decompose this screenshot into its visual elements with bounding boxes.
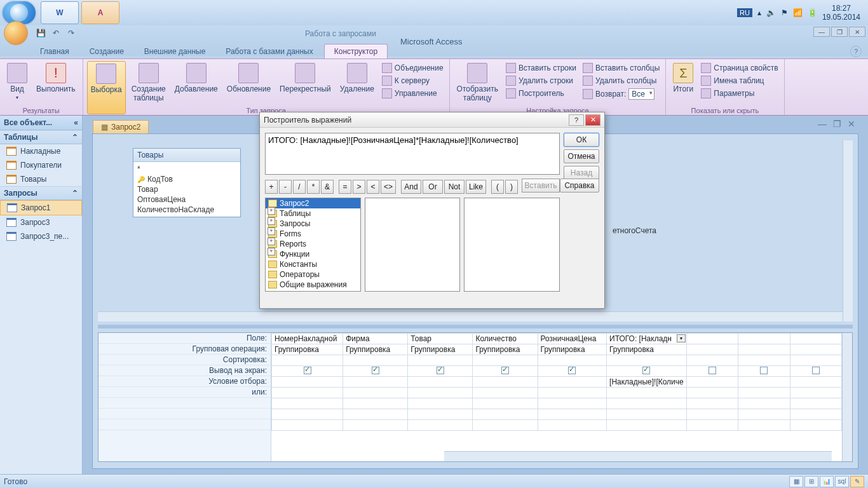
qbe-cell[interactable]: Группировка — [272, 344, 343, 355]
nav-query-item[interactable]: Запрос1 — [0, 200, 82, 215]
op-not[interactable]: Not — [444, 180, 465, 194]
qbe-cell[interactable] — [538, 420, 606, 431]
cancel-button[interactable]: Отмена — [564, 149, 599, 163]
qbe-cell[interactable] — [790, 420, 841, 431]
field-kodtov[interactable]: КодТов — [147, 175, 173, 184]
show-checkbox[interactable] — [642, 367, 650, 374]
qbe-cell[interactable] — [343, 377, 408, 388]
qbe-columns[interactable]: НомерНакладнойФирмаТоварКоличествоРознич… — [271, 333, 842, 461]
qbe-cell[interactable] — [538, 377, 606, 388]
tab-design[interactable]: Конструктор — [324, 44, 388, 58]
close-button[interactable]: ✕ — [849, 27, 865, 37]
qbe-cell[interactable] — [538, 409, 606, 420]
qbe-cell[interactable] — [408, 377, 473, 388]
return-combo[interactable]: Все — [628, 88, 654, 100]
qbe-cell[interactable] — [272, 366, 343, 377]
field-kolichestvo[interactable]: КоличествоНаСкладе — [137, 205, 214, 214]
qbe-cell[interactable] — [607, 409, 687, 420]
pane-splitter[interactable] — [98, 325, 853, 329]
office-button[interactable] — [4, 21, 28, 45]
tray-network-icon[interactable]: 📶 — [793, 8, 803, 17]
tree-item-reports[interactable]: Reports — [266, 239, 360, 249]
dialog-help-button[interactable]: ? — [569, 114, 584, 126]
upper-hscroll[interactable] — [98, 311, 843, 322]
qbe-cell[interactable] — [538, 355, 606, 366]
op-or[interactable]: Or — [423, 180, 443, 194]
qbe-cell[interactable] — [473, 355, 538, 366]
tray-battery-icon[interactable]: 🔋 — [808, 8, 817, 17]
show-checkbox[interactable] — [709, 367, 716, 374]
qbe-cell[interactable] — [738, 388, 790, 398]
elements-tree[interactable]: Запрос2 Таблицы Запросы Forms Reports Фу… — [265, 198, 361, 292]
op-plus[interactable]: + — [265, 180, 278, 194]
qbe-cell[interactable] — [686, 409, 738, 420]
qbe-cell[interactable] — [686, 334, 738, 344]
tab-home[interactable]: Главная — [31, 44, 79, 58]
tree-item-operators[interactable]: Операторы — [266, 269, 360, 280]
tree-item-common[interactable]: Общие выражения — [266, 280, 360, 290]
qbe-cell[interactable] — [607, 355, 687, 366]
qbe-cell[interactable] — [343, 388, 408, 398]
upper-vscroll[interactable] — [843, 140, 853, 322]
qbe-cell[interactable]: Группировка — [607, 344, 687, 355]
btn-tablenames[interactable]: Имена таблиц — [699, 75, 780, 86]
qbe-cell[interactable] — [738, 420, 790, 431]
qbe-cell[interactable] — [473, 366, 538, 377]
doc-close[interactable]: ✕ — [848, 119, 855, 129]
qbe-cell[interactable] — [686, 388, 738, 398]
qbe-cell[interactable] — [343, 355, 408, 366]
minimize-button[interactable]: — — [813, 27, 830, 37]
view-sql[interactable]: sql — [835, 476, 849, 487]
qbe-cell[interactable] — [272, 398, 343, 409]
op-lparen[interactable]: ( — [491, 180, 504, 194]
view-datasheet[interactable]: ▦ — [789, 476, 803, 487]
btn-passthrough[interactable]: К серверу — [380, 75, 445, 86]
nav-query-item[interactable]: Запрос3_пе... — [0, 229, 82, 243]
qbe-cell[interactable] — [607, 366, 687, 377]
op-rparen[interactable]: ) — [505, 180, 518, 194]
qbe-cell[interactable]: Группировка — [538, 344, 606, 355]
expression-textbox[interactable] — [265, 133, 560, 175]
btn-builder[interactable]: Построитель — [504, 88, 578, 99]
qbe-cell[interactable] — [738, 409, 790, 420]
qbe-cell[interactable]: [Накладные]![Количе — [607, 377, 687, 388]
qbe-cell[interactable] — [408, 366, 473, 377]
qbe-cell[interactable] — [538, 398, 606, 409]
qat-undo-icon[interactable]: ↶ — [50, 27, 62, 39]
doc-restore[interactable]: ❐ — [833, 119, 841, 129]
op-like[interactable]: Like — [466, 180, 486, 194]
op-div[interactable]: / — [293, 180, 306, 194]
qbe-hscroll[interactable] — [444, 451, 832, 461]
tab-create[interactable]: Создание — [80, 44, 133, 58]
qbe-cell[interactable] — [738, 344, 790, 355]
tab-database-tools[interactable]: Работа с базами данных — [216, 44, 322, 58]
qbe-cell[interactable]: Группировка — [408, 344, 473, 355]
task-access[interactable]: A — [81, 1, 119, 24]
qbe-cell[interactable] — [408, 388, 473, 398]
qbe-cell[interactable] — [686, 398, 738, 409]
qbe-cell[interactable] — [607, 388, 687, 398]
qbe-cell[interactable]: ИТОГО: [Накладн▾ — [607, 334, 687, 344]
qat-save-icon[interactable]: 💾 — [34, 27, 47, 39]
qbe-cell[interactable] — [790, 377, 841, 388]
op-eq[interactable]: = — [339, 180, 351, 194]
qbe-cell[interactable]: Группировка — [473, 344, 538, 355]
nav-query-item[interactable]: Запрос3 — [0, 215, 82, 229]
field-tovar[interactable]: Товар — [137, 185, 158, 194]
show-checkbox[interactable] — [568, 367, 576, 374]
qbe-cell[interactable] — [408, 409, 473, 420]
tree-item-constants[interactable]: Константы — [266, 259, 360, 269]
btn-union[interactable]: Объединение — [380, 62, 445, 74]
btn-datadef[interactable]: Управление — [380, 88, 445, 99]
qbe-cell[interactable] — [790, 398, 841, 409]
field-optovaya[interactable]: ОптоваяЦена — [137, 195, 186, 204]
tree-item-tables[interactable]: Таблицы — [266, 208, 360, 219]
btn-insert-cols[interactable]: Вставить столбцы — [581, 62, 661, 74]
paste-button[interactable]: Вставить — [522, 179, 560, 193]
qbe-cell[interactable] — [790, 409, 841, 420]
field-star[interactable]: * — [137, 165, 140, 173]
tree-item-zapros2[interactable]: Запрос2 — [266, 198, 360, 208]
tab-external-data[interactable]: Внешние данные — [135, 44, 215, 58]
nav-section-tables[interactable]: Таблицы⌃ — [0, 130, 82, 144]
btn-delete-cols[interactable]: Удалить столбцы — [581, 75, 661, 86]
